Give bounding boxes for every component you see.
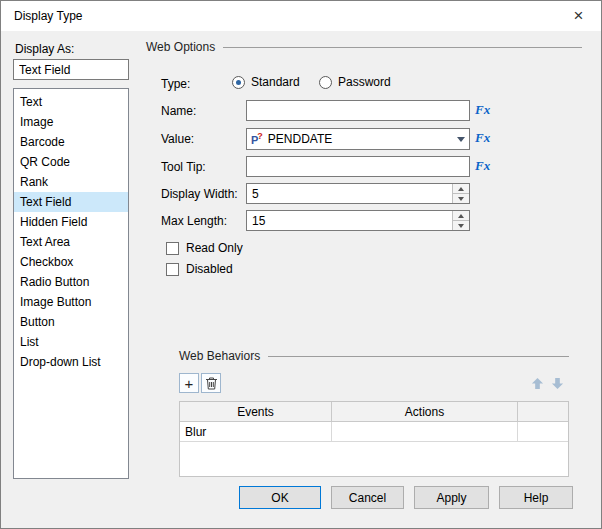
max-length-input[interactable] (247, 211, 452, 230)
list-item-barcode[interactable]: Barcode (14, 132, 128, 152)
plus-icon: + (185, 376, 194, 391)
delete-behavior-button[interactable] (201, 373, 221, 393)
down-arrow-icon (551, 377, 564, 390)
move-up-button[interactable] (529, 375, 545, 391)
web-options-section-header: Web Options (146, 40, 582, 54)
radio-icon (319, 76, 332, 89)
radio-password-label: Password (338, 75, 391, 89)
fx-button-name[interactable]: Fx (475, 102, 490, 118)
readonly-checkbox[interactable]: Read Only (166, 241, 243, 255)
value-dropdown-text: PENDDATE (268, 132, 447, 146)
list-item-qr-code[interactable]: QR Code (14, 152, 128, 172)
display-type-dialog: Display Type × Display As: TextImageBarc… (0, 0, 602, 529)
list-item-drop-down-list[interactable]: Drop-down List (14, 352, 128, 372)
behaviors-table: Events Actions Blur (179, 401, 569, 477)
checkbox-icon (166, 263, 179, 276)
close-button[interactable]: × (556, 1, 601, 30)
radio-icon (232, 76, 245, 89)
web-options-title: Web Options (146, 40, 215, 54)
display-width-spinner (246, 183, 470, 204)
tooltip-label: Tool Tip: (161, 160, 206, 174)
list-item-text[interactable]: Text (14, 92, 128, 112)
web-behaviors-section-header: Web Behaviors (179, 349, 569, 363)
disabled-checkbox[interactable]: Disabled (166, 262, 233, 276)
move-down-button[interactable] (549, 375, 565, 391)
checkbox-icon (166, 242, 179, 255)
value-label: Value: (161, 132, 194, 146)
section-divider (223, 47, 582, 48)
display-as-input[interactable] (13, 59, 129, 80)
radio-standard[interactable]: Standard (232, 75, 300, 89)
spinner-up-icon[interactable] (453, 211, 469, 221)
apply-button[interactable]: Apply (414, 486, 489, 509)
list-item-image-button[interactable]: Image Button (14, 292, 128, 312)
ok-button[interactable]: OK (239, 486, 321, 509)
up-arrow-icon (531, 377, 544, 390)
list-item-text-field[interactable]: Text Field (14, 192, 128, 212)
tooltip-input[interactable] (246, 156, 470, 177)
table-cell: Blur (180, 422, 332, 442)
spinner-up-icon[interactable] (453, 184, 469, 194)
display-width-label: Display Width: (161, 187, 238, 201)
radio-standard-label: Standard (251, 75, 300, 89)
fx-button-tooltip[interactable]: Fx (475, 158, 490, 174)
close-icon: × (574, 6, 584, 26)
dropdown-arrow-icon[interactable] (452, 129, 469, 149)
spinner-down-icon[interactable] (453, 221, 469, 230)
spinner-buttons (452, 184, 469, 203)
column-header-events[interactable]: Events (180, 402, 332, 422)
name-label: Name: (161, 104, 196, 118)
column-header-actions[interactable]: Actions (332, 402, 518, 422)
type-label: Type: (161, 77, 190, 91)
add-behavior-button[interactable]: + (179, 373, 199, 393)
spinner-down-icon[interactable] (453, 194, 469, 203)
table-cell (332, 422, 518, 442)
list-item-list[interactable]: List (14, 332, 128, 352)
list-item-button[interactable]: Button (14, 312, 128, 332)
titlebar: Display Type (1, 1, 601, 31)
fx-button-value[interactable]: Fx (475, 130, 490, 146)
display-as-listbox[interactable]: TextImageBarcodeQR CodeRankText FieldHid… (13, 88, 129, 479)
list-item-radio-button[interactable]: Radio Button (14, 272, 128, 292)
column-header-filler (518, 402, 568, 422)
parameter-icon: P? (251, 132, 263, 146)
table-cell-filler (518, 422, 568, 442)
cancel-button[interactable]: Cancel (331, 486, 404, 509)
help-button[interactable]: Help (499, 486, 573, 509)
list-item-checkbox[interactable]: Checkbox (14, 252, 128, 272)
spinner-buttons (452, 211, 469, 230)
list-item-rank[interactable]: Rank (14, 172, 128, 192)
list-item-image[interactable]: Image (14, 112, 128, 132)
radio-password[interactable]: Password (319, 75, 391, 89)
section-divider (268, 356, 569, 357)
list-item-text-area[interactable]: Text Area (14, 232, 128, 252)
trash-icon (205, 376, 218, 390)
display-as-label: Display As: (15, 42, 74, 56)
disabled-label: Disabled (186, 262, 233, 276)
display-width-input[interactable] (247, 184, 452, 203)
max-length-label: Max Length: (161, 214, 227, 228)
value-dropdown[interactable]: P? PENDDATE (246, 128, 470, 150)
web-behaviors-title: Web Behaviors (179, 349, 260, 363)
behaviors-table-header: Events Actions (180, 402, 568, 422)
table-row[interactable]: Blur (180, 422, 568, 442)
list-item-hidden-field[interactable]: Hidden Field (14, 212, 128, 232)
max-length-spinner (246, 210, 470, 231)
name-input[interactable] (246, 100, 470, 121)
behaviors-table-body[interactable]: Blur (180, 422, 568, 442)
readonly-label: Read Only (186, 241, 243, 255)
dialog-title: Display Type (14, 9, 82, 23)
